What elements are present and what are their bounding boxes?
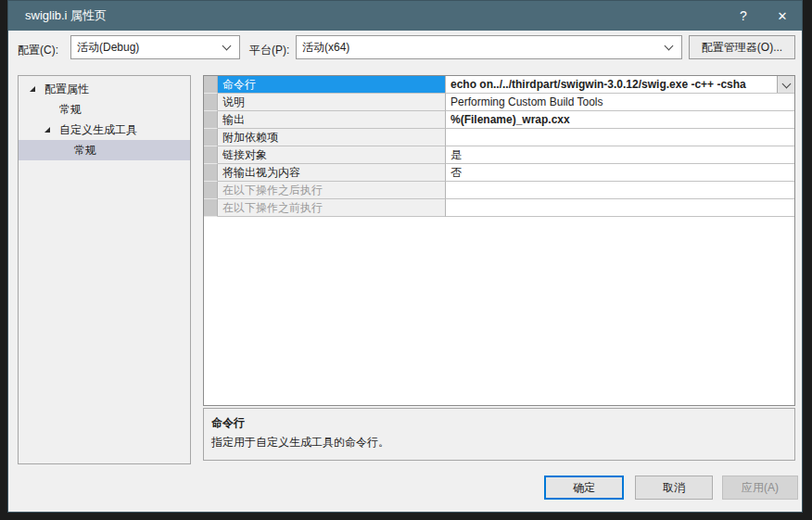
property-value-cell[interactable]: echo on../../thirdpart/swigwin-3.0.12/sw… bbox=[446, 76, 794, 94]
property-grid: 命令行 echo on../../thirdpart/swigwin-3.0.1… bbox=[203, 75, 795, 406]
property-row[interactable]: 链接对象 是 bbox=[204, 146, 794, 164]
property-value: 否 bbox=[450, 165, 794, 181]
tree-item[interactable]: 自定义生成工具 bbox=[19, 120, 190, 140]
footer: 确定 取消 应用(A) bbox=[8, 463, 802, 512]
ok-button[interactable]: 确定 bbox=[544, 476, 624, 500]
tree-item[interactable]: 配置属性 bbox=[19, 79, 190, 99]
property-row[interactable]: 输出 %(Filename)_wrap.cxx bbox=[204, 111, 794, 129]
row-margin bbox=[204, 199, 218, 217]
property-value: echo on../../thirdpart/swigwin-3.0.12/sw… bbox=[450, 78, 777, 91]
property-name[interactable]: 附加依赖项 bbox=[218, 129, 446, 146]
property-row[interactable]: 在以下操作之前执行 bbox=[204, 199, 794, 217]
chevron-down-icon bbox=[665, 42, 674, 51]
property-name[interactable]: 将输出视为内容 bbox=[218, 164, 446, 182]
tree-item-label: 配置属性 bbox=[44, 82, 89, 97]
property-value-cell[interactable]: 是 bbox=[446, 146, 794, 164]
close-button[interactable]: ✕ bbox=[763, 1, 802, 31]
apply-button[interactable]: 应用(A) bbox=[722, 476, 798, 500]
property-row[interactable]: 附加依赖项 bbox=[204, 129, 794, 146]
tree-item[interactable]: 常规 bbox=[19, 140, 190, 160]
property-value-cell[interactable] bbox=[446, 199, 794, 217]
platform-label: 平台(P): bbox=[249, 43, 289, 58]
expanded-triangle-icon bbox=[30, 86, 35, 92]
property-value: %(Filename)_wrap.cxx bbox=[450, 113, 794, 126]
row-margin bbox=[204, 164, 218, 182]
value-dropdown-button[interactable] bbox=[777, 76, 794, 93]
chevron-down-icon bbox=[222, 42, 232, 51]
property-name[interactable]: 在以下操作之前执行 bbox=[218, 199, 446, 217]
expanded-triangle-icon bbox=[44, 127, 50, 133]
close-icon: ✕ bbox=[778, 9, 788, 23]
property-value-cell[interactable]: 否 bbox=[446, 164, 794, 182]
property-value-cell[interactable]: %(Filename)_wrap.cxx bbox=[446, 111, 794, 129]
property-row[interactable]: 命令行 echo on../../thirdpart/swigwin-3.0.1… bbox=[204, 76, 794, 94]
tree-item[interactable]: 常规 bbox=[19, 99, 190, 120]
property-name[interactable]: 链接对象 bbox=[218, 146, 446, 164]
tree-expander[interactable] bbox=[44, 127, 59, 133]
platform-dropdown[interactable]: 活动(x64) bbox=[296, 35, 682, 59]
property-pages-dialog: swiglib.i 属性页 ? ✕ 配置(C): 活动(Debug) 平台(P)… bbox=[7, 0, 803, 513]
property-name[interactable]: 说明 bbox=[218, 94, 446, 111]
row-margin bbox=[204, 129, 218, 146]
property-value-cell[interactable] bbox=[446, 182, 794, 199]
row-margin bbox=[204, 182, 218, 199]
configuration-label: 配置(C): bbox=[18, 43, 58, 58]
description-text: 指定用于自定义生成工具的命令行。 bbox=[211, 435, 787, 450]
tree-expander[interactable] bbox=[30, 86, 44, 92]
property-row[interactable]: 在以下操作之后执行 bbox=[204, 182, 794, 199]
property-grid-rows: 命令行 echo on../../thirdpart/swigwin-3.0.1… bbox=[204, 76, 794, 217]
row-margin bbox=[204, 146, 218, 164]
property-value-cell[interactable]: Performing Custom Build Tools bbox=[446, 94, 794, 111]
config-bar: 配置(C): 活动(Debug) 平台(P): 活动(x64) 配置管理器(O)… bbox=[8, 31, 802, 71]
category-tree: 配置属性 常规 自定义生成工具 常规 bbox=[18, 75, 191, 464]
property-name[interactable]: 在以下操作之后执行 bbox=[218, 182, 446, 199]
row-margin bbox=[204, 111, 218, 129]
property-value-cell[interactable] bbox=[446, 129, 794, 146]
configuration-manager-button[interactable]: 配置管理器(O)... bbox=[689, 35, 795, 59]
description-panel: 命令行 指定用于自定义生成工具的命令行。 bbox=[203, 408, 795, 461]
property-value: 是 bbox=[450, 147, 794, 163]
chevron-down-icon bbox=[781, 79, 791, 88]
property-name[interactable]: 命令行 bbox=[218, 76, 446, 94]
window-title: swiglib.i 属性页 bbox=[8, 7, 107, 24]
property-row[interactable]: 说明 Performing Custom Build Tools bbox=[204, 94, 794, 111]
row-margin bbox=[204, 94, 218, 111]
description-title: 命令行 bbox=[211, 415, 787, 431]
tree-item-label: 自定义生成工具 bbox=[59, 122, 137, 138]
main-area: 配置属性 常规 自定义生成工具 常规 命令行 echo on../../thir… bbox=[8, 71, 802, 463]
property-name[interactable]: 输出 bbox=[218, 111, 446, 129]
title-bar: swiglib.i 属性页 ? ✕ bbox=[8, 1, 802, 31]
tree-item-label: 常规 bbox=[74, 143, 96, 159]
configuration-dropdown[interactable]: 活动(Debug) bbox=[70, 35, 240, 59]
configuration-value: 活动(Debug) bbox=[77, 40, 223, 56]
cancel-button[interactable]: 取消 bbox=[635, 476, 713, 500]
row-margin bbox=[204, 76, 218, 94]
platform-value: 活动(x64) bbox=[302, 40, 666, 56]
property-value: Performing Custom Build Tools bbox=[450, 95, 794, 108]
tree-item-label: 常规 bbox=[59, 102, 82, 118]
property-row[interactable]: 将输出视为内容 否 bbox=[204, 164, 794, 182]
help-button[interactable]: ? bbox=[724, 1, 763, 31]
help-icon: ? bbox=[740, 8, 747, 23]
